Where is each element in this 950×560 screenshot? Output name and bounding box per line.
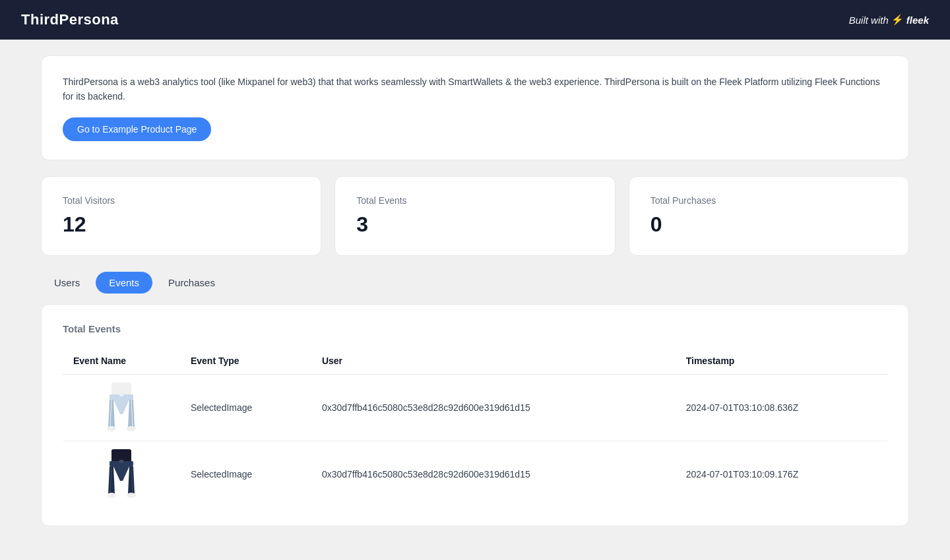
stat-value-events: 3 [356,212,593,237]
cell-timestamp-1: 2024-07-01T03:10:09.176Z [676,441,887,507]
built-with-label: Built with ⚡ fleek [849,14,929,26]
stat-value-purchases: 0 [650,212,887,237]
cell-user-1: 0x30d7ffb416c5080c53e8d28c92d600e319d61d… [311,441,676,507]
svg-point-6 [127,426,136,431]
stat-card-events: Total Events 3 [334,176,615,256]
table-header-row: Event Name Event Type User Timestamp [63,348,887,375]
col-event-type: Event Type [180,348,311,375]
svg-point-5 [107,426,116,431]
stat-label-visitors: Total Visitors [63,195,300,206]
cell-event-type-1: SelectedImage [180,441,311,507]
intro-description: ThirdPersona is a web3 analytics tool (l… [63,75,887,104]
main-content: ThirdPersona is a web3 analytics tool (l… [20,40,930,542]
jeans-image-0 [102,381,141,434]
cell-event-type-0: SelectedImage [180,374,311,441]
table-row: SelectedImage 0x30d7ffb416c5080c53e8d28c… [63,374,887,441]
col-timestamp: Timestamp [676,348,887,375]
app-header: ThirdPersona Built with ⚡ fleek [0,0,950,40]
built-with-text: Built with [849,15,889,26]
tab-events[interactable]: Events [96,272,152,294]
table-card: Total Events Event Name Event Type User … [41,304,909,526]
col-event-name: Event Name [63,348,180,375]
table-title: Total Events [63,323,887,334]
events-table: Event Name Event Type User Timestamp [63,348,887,507]
stat-card-purchases: Total Purchases 0 [629,176,909,256]
jeans-image-1 [102,448,141,501]
svg-point-12 [107,493,116,498]
fleek-brand-text: fleek [906,15,929,26]
bolt-icon: ⚡ [891,14,904,26]
svg-rect-9 [119,460,123,463]
tab-purchases[interactable]: Purchases [155,272,228,294]
cell-timestamp-0: 2024-07-01T03:10:08.636Z [676,374,887,441]
stat-label-events: Total Events [356,195,593,206]
cta-button[interactable]: Go to Example Product Page [63,117,211,141]
cell-event-name-1 [63,441,180,507]
cell-user-0: 0x30d7ffb416c5080c53e8d28c92d600e319d61d… [311,374,676,441]
svg-point-13 [127,493,136,498]
stat-value-visitors: 12 [63,212,300,237]
stat-card-visitors: Total Visitors 12 [41,176,321,256]
stat-label-purchases: Total Purchases [650,195,887,206]
svg-rect-2 [119,393,123,396]
tab-users[interactable]: Users [41,272,93,294]
table-row: SelectedImage 0x30d7ffb416c5080c53e8d28c… [63,441,887,507]
cell-event-name-0 [63,374,180,441]
intro-card: ThirdPersona is a web3 analytics tool (l… [41,55,909,160]
app-logo: ThirdPersona [21,11,119,28]
tab-bar: Users Events Purchases [41,272,909,294]
col-user: User [311,348,676,375]
stats-row: Total Visitors 12 Total Events 3 Total P… [41,176,909,256]
